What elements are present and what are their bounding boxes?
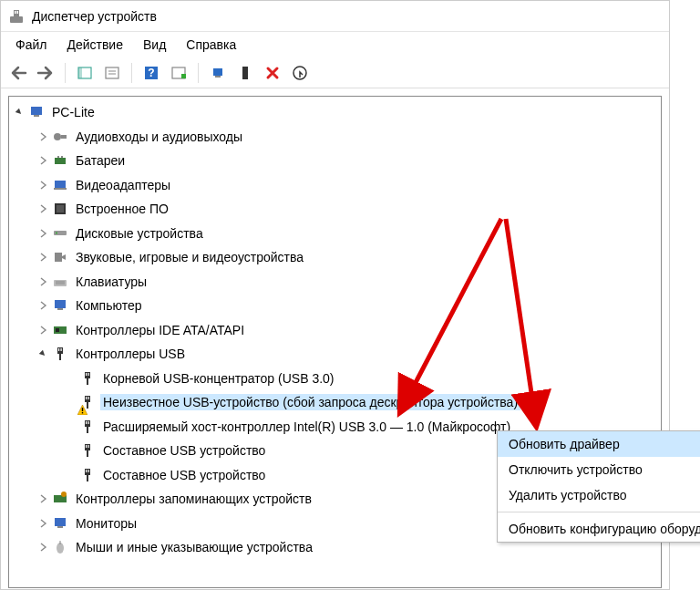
expander-icon[interactable] [36, 227, 49, 240]
menu-file[interactable]: Файл [6, 34, 56, 56]
svg-rect-45 [85, 396, 90, 402]
menu-help[interactable]: Справка [177, 34, 245, 56]
tree-item-label: Составное USB устройство [100, 442, 268, 459]
tree-item-label: Контроллеры запоминающих устройств [73, 491, 314, 507]
svg-rect-3 [17, 11, 19, 14]
enable-device-button[interactable] [233, 61, 257, 85]
tree-root[interactable]: PC-Lite [9, 100, 661, 125]
menu-action[interactable]: Действие [57, 34, 132, 56]
tree-category[interactable]: Видеоадаптеры [9, 173, 661, 198]
svg-rect-57 [88, 445, 89, 448]
tree-category[interactable]: Аудиовходы и аудиовыходы [9, 125, 661, 150]
show-hide-console-button[interactable] [73, 61, 97, 85]
context-scan-hardware[interactable]: Обновить конфигурацию оборудования [498, 516, 700, 542]
expander-icon[interactable] [36, 541, 49, 554]
forward-button[interactable] [34, 61, 57, 85]
svg-rect-27 [57, 205, 64, 212]
expander-icon[interactable] [36, 275, 49, 288]
tree-item-label: Компьютер [73, 297, 144, 314]
svg-rect-59 [85, 469, 90, 475]
svg-rect-55 [85, 444, 90, 450]
tree-item-label: Корневой USB-концентратор (USB 3.0) [100, 370, 337, 387]
expander-icon[interactable] [36, 492, 49, 505]
context-update-driver[interactable]: Обновить драйвер [498, 431, 700, 457]
category-icon [52, 274, 68, 290]
tree-item-label: Встроенное ПО [73, 201, 171, 217]
expander-icon[interactable] [36, 130, 49, 143]
category-icon [52, 322, 68, 338]
svg-rect-20 [61, 135, 67, 139]
tree-category[interactable]: Батареи [9, 149, 661, 173]
expander-icon[interactable] [36, 154, 49, 167]
expander-icon[interactable] [64, 420, 77, 433]
help-button[interactable]: ? [139, 61, 163, 85]
tree-item-label: Мыши и иные указывающие устройства [73, 539, 315, 555]
svg-rect-61 [88, 470, 89, 472]
tree-category[interactable]: Контроллеры IDE ATA/ATAPI [9, 318, 661, 343]
svg-rect-38 [58, 348, 59, 351]
tree-item-label: Клавиатуры [73, 274, 149, 290]
titlebar: Диспетчер устройств [1, 1, 669, 32]
svg-rect-65 [55, 518, 66, 526]
category-icon [52, 346, 68, 362]
svg-rect-17 [31, 107, 42, 115]
svg-rect-14 [215, 76, 221, 78]
expander-icon[interactable] [36, 179, 49, 191]
tree-item-label: Мониторы [73, 515, 139, 532]
svg-rect-33 [55, 300, 66, 308]
computer-icon [28, 104, 45, 120]
device-manager-icon [8, 8, 25, 25]
svg-rect-13 [213, 68, 222, 76]
svg-rect-50 [82, 412, 83, 413]
svg-rect-46 [86, 397, 87, 399]
usb-icon [79, 370, 96, 387]
svg-rect-2 [15, 11, 16, 14]
tree-item-label: Батареи [73, 152, 128, 169]
expander-icon[interactable] [36, 517, 49, 530]
back-button[interactable] [6, 61, 30, 85]
context-uninstall-device[interactable]: Удалить устройство [498, 482, 700, 508]
expander-icon[interactable] [64, 396, 77, 409]
tree-category[interactable]: Звуковые, игровые и видеоустройства [9, 245, 661, 270]
expander-icon[interactable] [36, 324, 49, 336]
tree-category[interactable]: Контроллеры USB [9, 342, 661, 367]
svg-point-29 [56, 232, 57, 233]
expander-icon[interactable] [36, 251, 49, 264]
menu-view[interactable]: Вид [134, 34, 175, 56]
expander-icon[interactable] [36, 347, 49, 360]
context-disable-device[interactable]: Отключить устройство [498, 457, 700, 482]
expander-icon[interactable] [64, 444, 77, 457]
svg-rect-18 [34, 115, 39, 117]
svg-rect-15 [242, 67, 248, 79]
svg-rect-21 [55, 158, 66, 164]
expander-icon[interactable] [64, 372, 77, 385]
svg-rect-1 [14, 10, 19, 16]
expander-icon[interactable] [36, 202, 49, 215]
tree-item-label: Дисковые устройства [73, 225, 206, 242]
update-driver-button[interactable] [206, 61, 230, 85]
tree-device[interactable]: Неизвестное USB-устройство (сбой запроса… [9, 390, 661, 415]
usb-icon [79, 467, 96, 483]
svg-rect-41 [85, 372, 90, 378]
tree-category[interactable]: Встроенное ПО [9, 197, 661, 222]
scan-hardware-button[interactable] [167, 61, 190, 85]
properties-button[interactable] [100, 61, 124, 85]
expander-icon[interactable] [13, 106, 26, 119]
svg-rect-53 [88, 421, 89, 424]
disable-device-button[interactable] [288, 61, 312, 85]
tree-item-label: Составное USB устройство [100, 467, 268, 483]
tree-category[interactable]: Компьютер [9, 294, 661, 318]
expander-icon[interactable] [64, 469, 77, 481]
tree-item-label: Неизвестное USB-устройство (сбой запроса… [100, 394, 520, 410]
category-icon [52, 539, 68, 555]
tree-category[interactable]: Клавиатуры [9, 270, 661, 295]
expander-icon[interactable] [36, 299, 49, 312]
tree-category[interactable]: Дисковые устройства [9, 222, 661, 246]
tree-item-label: Расширяемый хост-контроллер Intel(R) USB… [100, 419, 513, 435]
tree-device[interactable]: Корневой USB-концентратор (USB 3.0) [9, 367, 661, 391]
svg-rect-23 [61, 156, 63, 158]
uninstall-device-button[interactable] [261, 61, 284, 85]
category-icon [52, 129, 68, 145]
svg-point-64 [61, 492, 67, 497]
svg-rect-39 [61, 348, 62, 351]
